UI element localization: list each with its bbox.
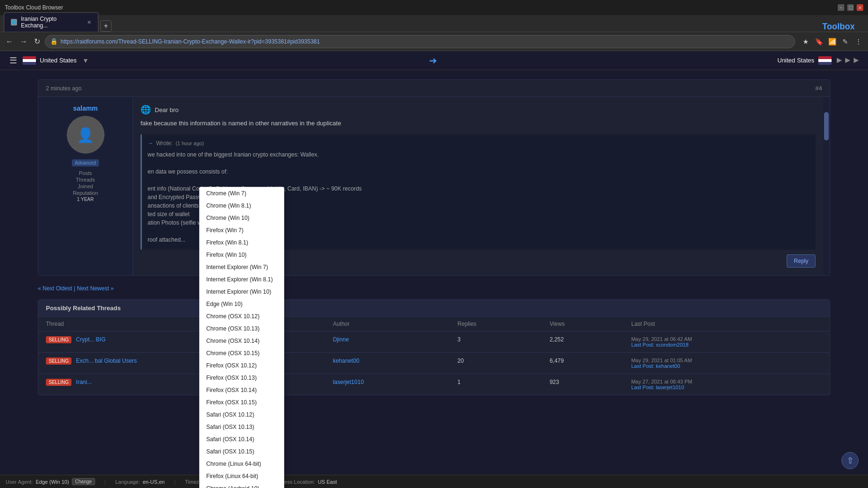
dropdown-item-edge-win10[interactable]: Edge (Win 10) [200, 298, 284, 310]
related-thread-views: 923 [542, 374, 624, 395]
related-thread-lastpost: May 27, 2021 at 08:43 PM Last Post: lase… [623, 374, 830, 395]
related-thread-author: kehanet00 [325, 352, 450, 374]
back-button[interactable]: ← [4, 35, 15, 48]
related-thread-views: 6,479 [542, 352, 624, 374]
col-replies: Replies [450, 317, 542, 331]
user-agent-change-button[interactable]: Change [72, 478, 95, 485]
user-meta: Posts Threads Joined Reputation 1 YEAR [46, 170, 125, 202]
globe-icon: 🌐 [140, 105, 151, 115]
related-thread-author: laserjet1010 [325, 374, 450, 395]
thread-link[interactable]: Exch... bal Global Users [76, 357, 137, 364]
related-thread-views: 2,252 [542, 331, 624, 352]
selling-badge: SELLING [46, 357, 71, 365]
dropdown-item-firefox-osx1014[interactable]: Firefox (OSX 10.14) [200, 384, 284, 396]
language-label: Language: [115, 479, 140, 485]
quote-time: (1 hour ago) [175, 140, 204, 146]
dropdown-item-firefox-win10[interactable]: Firefox (Win 10) [200, 249, 284, 261]
cast-icon[interactable]: 📶 [826, 36, 838, 47]
url-display: https://raidforums.com/Thread-SELLING-Ir… [61, 38, 790, 45]
bookmark-icon[interactable]: 🔖 [813, 36, 824, 47]
dropdown-item-firefox-osx1013[interactable]: Firefox (OSX 10.13) [200, 372, 284, 384]
forward-button[interactable]: → [18, 35, 29, 48]
active-tab[interactable]: 🌐 Iranian Crypto Exchang... ✕ [4, 12, 98, 32]
scroll-thumb[interactable] [824, 112, 829, 140]
dropdown-item-firefox-osx1012[interactable]: Firefox (OSX 10.12) [200, 359, 284, 372]
user-agent-dropdown[interactable]: Chrome (Win 7) Chrome (Win 8.1) Chrome (… [199, 187, 284, 488]
reload-button[interactable]: ↻ [32, 35, 42, 48]
vpn-chevron-down-icon[interactable]: ▼ [82, 57, 89, 64]
dropdown-item-firefox-osx1015[interactable]: Firefox (OSX 10.15) [200, 396, 284, 409]
post-timestamp: 2 minutes ago [46, 85, 81, 92]
quote-arrow-icon: → [148, 140, 153, 147]
related-table-row: SELLING Irani... laserjet1010 1 923 May … [38, 374, 830, 395]
related-threads-section: Possibly Related Threads Thread Author R… [38, 299, 830, 395]
egress-status: Egress Location: US East [276, 479, 337, 485]
dropdown-item-chrome-win10[interactable]: Chrome (Win 10) [200, 212, 284, 224]
dropdown-item-chrome-osx1014[interactable]: Chrome (OSX 10.14) [200, 335, 284, 347]
dropdown-item-chrome-win81[interactable]: Chrome (Win 8.1) [200, 200, 284, 212]
dropdown-item-chrome-osx1015[interactable]: Chrome (OSX 10.15) [200, 347, 284, 359]
close-button[interactable]: ✕ [857, 4, 863, 11]
reply-button[interactable]: Reply [787, 254, 815, 268]
user-rank-badge: Advanced [72, 159, 98, 166]
joined-label: Joined [46, 183, 125, 189]
star-icon[interactable]: ★ [800, 36, 811, 47]
quote-header-text: Wrote: [156, 140, 173, 147]
title-bar: Toolbox Cloud Browser − ☐ ✕ [0, 0, 868, 15]
app-title: Toolbox Cloud Browser [5, 4, 63, 11]
dropdown-item-safari-osx1014[interactable]: Safari (OSX 10.14) [200, 433, 284, 445]
thread-link[interactable]: Crypt... BIG [76, 336, 106, 343]
dropdown-item-chrome-android[interactable]: Chrome (Android 10) [200, 482, 284, 488]
dropdown-item-chrome-osx1013[interactable]: Chrome (OSX 10.13) [200, 322, 284, 335]
status-sep-1: | [105, 479, 106, 485]
toolbox-brand: Toolbox [822, 22, 864, 32]
user-agent-value: Edge (Win 10) [35, 479, 69, 485]
left-flag-icon [23, 56, 36, 65]
vpn-menu-button[interactable]: ☰ [8, 55, 19, 66]
vpn-arrow-right-icon: ➔ [429, 55, 437, 66]
dropdown-item-safari-osx1012[interactable]: Safari (OSX 10.12) [200, 409, 284, 421]
post-container: 2 minutes ago #4 salamm 👤 Advanced Posts… [38, 79, 830, 276]
related-table-row: SELLING Exch... bal Global Users kehanet… [38, 352, 830, 374]
dropdown-item-ie-win7[interactable]: Internet Explorer (Win 7) [200, 261, 284, 273]
related-thread-lastpost: May 29, 2021 at 06:42 AM Last Post: xcon… [623, 331, 830, 352]
next-oldest-link[interactable]: « Next Oldest | Next Newest » [38, 285, 830, 292]
restore-button[interactable]: ☐ [847, 4, 854, 11]
avatar: 👤 [67, 116, 105, 154]
scroll-top-button[interactable]: ⇧ [842, 452, 859, 469]
tab-favicon: 🌐 [11, 19, 17, 26]
post-main-text: fake because this information is named i… [140, 119, 815, 129]
dropdown-item-safari-osx1015[interactable]: Safari (OSX 10.15) [200, 445, 284, 458]
settings-icon[interactable]: ⋮ [853, 36, 864, 47]
post-scrollbar[interactable] [823, 97, 830, 275]
joined-value: 1 YEAR [46, 197, 125, 202]
dropdown-item-ie-win81[interactable]: Internet Explorer (Win 8.1) [200, 273, 284, 286]
dropdown-item-firefox-linux[interactable]: Firefox (Linux 64-bit) [200, 470, 284, 482]
vpn-right-arrow-icon[interactable]: ►►► [835, 55, 860, 65]
dropdown-item-safari-osx1013[interactable]: Safari (OSX 10.13) [200, 421, 284, 433]
egress-value: US East [318, 479, 337, 485]
dropdown-item-firefox-win7[interactable]: Firefox (Win 7) [200, 224, 284, 236]
reputation-label: Reputation [46, 190, 125, 196]
globe-label: Dear bro [155, 106, 179, 113]
language-status: Language: en-US,en [115, 479, 165, 485]
right-country-label: United States [778, 57, 815, 64]
quote-header: → Wrote: (1 hour ago) [148, 140, 810, 147]
main-content: 2 minutes ago #4 salamm 👤 Advanced Posts… [0, 70, 868, 414]
status-sep-2: | [174, 479, 175, 485]
dropdown-item-ie-win10[interactable]: Internet Explorer (Win 10) [200, 286, 284, 298]
minimize-button[interactable]: − [838, 4, 844, 11]
vpn-bar: ☰ United States ▼ ➔ United States ►►► [0, 51, 868, 70]
dropdown-item-firefox-win81[interactable]: Firefox (Win 8.1) [200, 236, 284, 249]
thread-link[interactable]: Irani... [76, 379, 92, 385]
left-country-label: United States [40, 57, 77, 64]
new-tab-button[interactable]: + [100, 20, 112, 32]
post-number: #4 [815, 85, 822, 92]
dropdown-item-chrome-linux[interactable]: Chrome (Linux 64-bit) [200, 458, 284, 470]
dropdown-item-chrome-osx1012[interactable]: Chrome (OSX 10.12) [200, 310, 284, 322]
address-bar-row: ← → ↻ 🔒 https://raidforums.com/Thread-SE… [0, 32, 868, 51]
tab-close-button[interactable]: ✕ [87, 19, 91, 26]
extensions-icon[interactable]: ✎ [840, 36, 851, 47]
address-bar[interactable]: 🔒 https://raidforums.com/Thread-SELLING-… [45, 35, 795, 48]
dropdown-item-chrome-win7[interactable]: Chrome (Win 7) [200, 187, 284, 200]
